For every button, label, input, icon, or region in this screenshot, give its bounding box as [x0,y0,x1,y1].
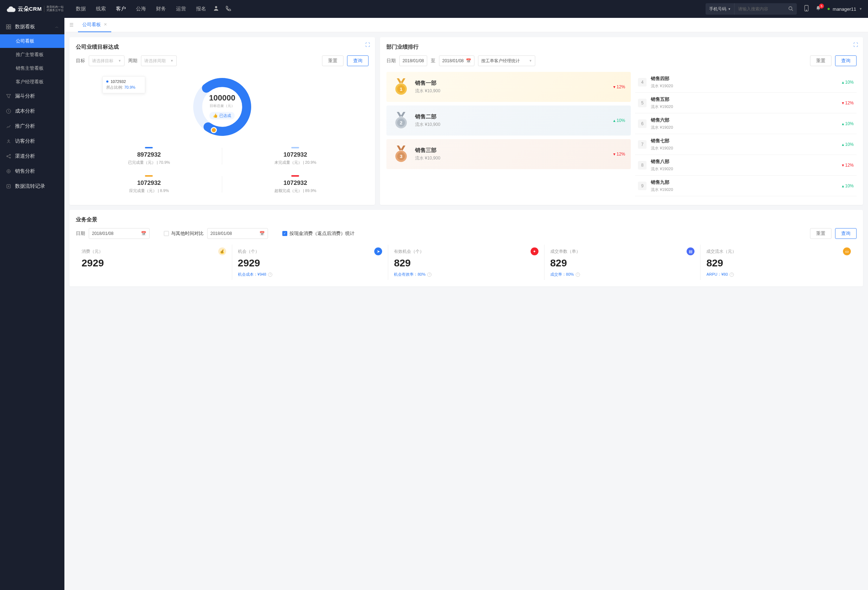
tab-company[interactable]: 公司看板 ✕ [78,18,111,32]
status-dot-icon [828,8,830,10]
search-type-select[interactable]: 手机号码▼ [706,3,735,15]
sidebar-group-dashboard[interactable]: 数据看板 ︿ [0,19,64,34]
svg-point-14 [8,171,9,172]
top3-list: 1 销售一部流水 ¥10,900 ▾ 12% 2 销售二部流水 ¥10,900 … [387,72,631,196]
pct-up-icon: ▴ 10% [613,118,625,123]
svg-point-13 [7,169,10,173]
nav-ops[interactable]: 运营 [176,6,186,12]
notification-badge: 5 [819,4,824,9]
search-box: 手机号码▼ [706,3,797,15]
ov-date1[interactable]: 2018/01/08📅 [89,228,149,239]
clock-icon [6,108,12,114]
date-label: 日期 [387,57,396,64]
svg-rect-6 [6,27,8,29]
mobile-icon[interactable] [804,5,809,13]
rank-3: 3 销售三部流水 ¥10,900 ▾ 12% [387,139,631,169]
overview-title: 业务全景 [76,216,856,223]
search-input[interactable] [735,6,785,12]
sidebar-item-channel[interactable]: 渠道分析 [0,149,64,164]
help-icon[interactable]: ? [268,272,272,277]
svg-text:2: 2 [400,120,402,125]
svg-point-3 [806,10,807,11]
expand-icon[interactable]: ⛶ [365,42,370,47]
user-icon[interactable] [213,5,219,13]
phone-icon[interactable] [226,5,231,13]
target-select[interactable]: 请选择目标▼ [89,56,124,66]
ranking-card-title: 部门业绩排行 [387,44,856,50]
nav-customers[interactable]: 客户 [116,6,126,12]
help-icon[interactable]: ? [729,272,734,277]
target-card-title: 公司业绩目标达成 [76,44,369,50]
sidebar-item-flow[interactable]: 数据流转记录 [0,179,64,194]
search-button[interactable] [785,6,797,12]
rank-reset-button[interactable]: 重置 [810,56,831,66]
target-icon [6,168,12,174]
groupby-select[interactable]: 按工单客户经理统计▼ [478,56,535,66]
svg-point-9 [8,140,9,141]
sidebar-item-visitor[interactable]: 访客分析 [0,134,64,149]
chart-icon [6,124,12,129]
tabs-row: ☰ 公司看板 ✕ [64,18,868,32]
svg-point-18 [211,128,216,132]
ranking-card: ⛶ 部门业绩排行 日期 2018/01/08 至 2018/01/08📅 按工单… [380,37,863,205]
sidebar-item-cust-mgr[interactable]: 客户经理看板 [0,75,64,89]
rank-item: 4销售四部流水 ¥19020▴ 10% [635,72,856,93]
svg-text:3: 3 [400,154,402,159]
main: ☰ 公司看板 ✕ ⛶ 公司业绩目标达成 目标 请选择目标▼ 周期 [64,18,868,590]
date-from[interactable]: 2018/01/08 [399,56,427,66]
menu-toggle-icon[interactable]: ☰ [68,21,75,29]
compare-checkbox[interactable]: 与其他时间对比 [164,230,204,237]
sidebar-item-cost[interactable]: 成本分析 [0,104,64,119]
sidebar-item-promo-mgr[interactable]: 推广主管看板 [0,48,64,62]
stat-expected: 1072932应完成量（元） | 8.9% [76,170,222,199]
topnav-menu: 数据 线索 客户 公海 财务 运营 报名 [76,6,206,12]
help-icon[interactable]: ? [576,272,580,277]
achieved-badge: 👍已达成 [209,112,235,119]
close-icon[interactable]: ✕ [104,22,107,27]
svg-point-1 [789,6,792,10]
nav-pool[interactable]: 公海 [136,6,146,12]
target-query-button[interactable]: 查询 [347,56,369,66]
username: manager11 [833,6,856,12]
shield-icon: ✦ [531,247,539,255]
ov-date2[interactable]: 2018/01/08📅 [207,228,268,239]
bell-icon[interactable]: 5 [815,5,821,13]
gold-medal-icon: 1 [392,77,410,97]
ov-date-label: 日期 [76,230,85,237]
visitor-icon [6,138,12,144]
overview-card: 业务全景 日期 2018/01/08📅 与其他时间对比 2018/01/08📅 … [69,210,863,287]
logo-text: 云朵CRM [18,6,42,13]
target-reset-button[interactable]: 重置 [322,56,344,66]
sidebar-item-sales[interactable]: 销售分析 [0,164,64,179]
user-dropdown[interactable]: manager11 ▼ [828,6,862,12]
period-select[interactable]: 请选择周期▼ [141,56,177,66]
rank-2: 2 销售二部流水 ¥10,900 ▴ 10% [387,106,631,135]
flow-icon [6,184,12,189]
sidebar-item-sales-mgr[interactable]: 销售主管看板 [0,62,64,75]
bronze-medal-icon: 3 [392,144,410,164]
chevron-down-icon: ▼ [859,7,862,11]
ov-query-button[interactable]: 查询 [835,228,856,239]
channel-icon [6,153,12,159]
nav-signup[interactable]: 报名 [196,6,206,12]
nav-data[interactable]: 数据 [76,6,86,12]
sidebar-item-promo[interactable]: 推广分析 [0,119,64,134]
nav-leads[interactable]: 线索 [96,6,106,12]
metric-spend: 消费（元）💰2929 [76,244,232,280]
stat-checkbox[interactable]: ✓按现金消费（返点后消费）统计 [282,230,354,237]
logo[interactable]: 云朵CRM 教育机构一站式服务云平台 [6,5,64,13]
date-to[interactable]: 2018/01/08📅 [439,56,474,66]
help-icon[interactable]: ? [427,272,431,277]
stat-incomplete: 1072932未完成量（元） | 20.9% [222,142,369,170]
expand-icon[interactable]: ⛶ [853,42,858,47]
metric-deals: 成交单数（单）▤829成交率：80%? [544,244,701,280]
rank-1: 1 销售一部流水 ¥10,900 ▾ 12% [387,72,631,102]
sidebar-item-company[interactable]: 公司看板 [0,34,64,48]
rank-query-button[interactable]: 查询 [835,56,856,66]
sidebar-item-funnel[interactable]: 漏斗分析 [0,89,64,104]
ov-reset-button[interactable]: 重置 [810,228,831,239]
nav-finance[interactable]: 财务 [156,6,166,12]
topnav: 云朵CRM 教育机构一站式服务云平台 数据 线索 客户 公海 财务 运营 报名 … [0,0,868,18]
calendar-icon: 📅 [141,231,146,236]
donut-chart: 1072932 所占比例: 70.9% 100000 目标总量（元） [76,72,369,139]
